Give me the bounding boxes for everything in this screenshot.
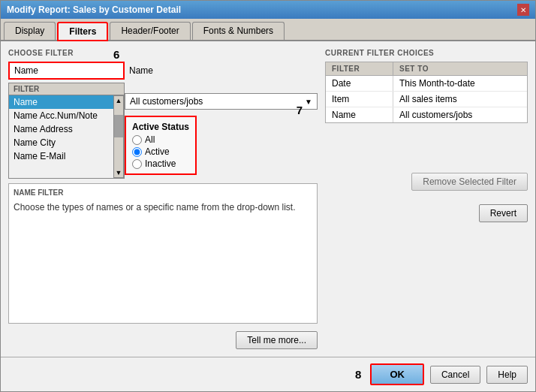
current-filter-label: CURRENT FILTER CHOICES bbox=[325, 49, 528, 57]
main-content: CHOOSE FILTER 6 Name FILTER bbox=[1, 41, 535, 357]
active-status-label: Active Status bbox=[132, 122, 189, 132]
set-to-cell-date: This Month-to-date bbox=[393, 76, 527, 91]
help-button[interactable]: Help bbox=[486, 366, 528, 384]
radio-inactive-row: Inactive bbox=[132, 158, 189, 169]
filter-cell-date: Date bbox=[326, 76, 393, 91]
left-panel: CHOOSE FILTER 6 Name FILTER bbox=[8, 49, 318, 349]
name-filter-desc: Choose the types of names or a specific … bbox=[14, 201, 312, 214]
filter-item-name[interactable]: Name bbox=[9, 95, 113, 109]
radio-active-row: Active bbox=[132, 146, 189, 157]
filter-cell-name: Name bbox=[326, 107, 393, 122]
step6-badge: 6 bbox=[113, 48, 119, 61]
radio-inactive[interactable] bbox=[132, 159, 142, 169]
filter-cell-item: Item bbox=[326, 92, 393, 107]
name-filter-header: NAME FILTER bbox=[14, 188, 312, 197]
close-button[interactable]: ✕ bbox=[517, 4, 529, 16]
filter-item-name-email[interactable]: Name E-Mail bbox=[9, 149, 113, 163]
table-row: Date This Month-to-date bbox=[326, 76, 527, 92]
revert-row: Revert bbox=[325, 204, 528, 222]
filter-list-scrollbar[interactable]: ▲ ▼ bbox=[113, 95, 124, 178]
active-status-wrapper: 7 Active Status All Active bbox=[125, 116, 318, 175]
tab-fonts-numbers[interactable]: Fonts & Numbers bbox=[192, 22, 285, 40]
set-to-col-header: SET TO bbox=[393, 62, 527, 75]
radio-all-row: All bbox=[132, 134, 189, 145]
customers-dropdown[interactable]: All customers/jobs ▼ bbox=[125, 93, 318, 110]
revert-button[interactable]: Revert bbox=[479, 204, 528, 222]
radio-inactive-label: Inactive bbox=[145, 158, 176, 169]
dialog: Modify Report: Sales by Customer Detail … bbox=[0, 0, 536, 392]
filter-item-name-address[interactable]: Name Address bbox=[9, 122, 113, 136]
tab-header-footer[interactable]: Header/Footer bbox=[110, 22, 190, 40]
table-row: Item All sales items bbox=[326, 92, 527, 107]
radio-active-label: Active bbox=[145, 146, 170, 157]
filter-list-container: FILTER Name Name Acc.Num/Note Name Addre… bbox=[8, 83, 125, 179]
dropdown-row: All customers/jobs ▼ bbox=[125, 93, 318, 110]
radio-active[interactable] bbox=[132, 147, 142, 157]
filter-list-wrapper: FILTER Name Name Acc.Num/Note Name Addre… bbox=[8, 83, 318, 179]
tab-display[interactable]: Display bbox=[4, 22, 56, 40]
scrollbar-thumb bbox=[114, 115, 123, 137]
active-status-box: Active Status All Active bbox=[125, 116, 197, 175]
bottom-bar: 8 OK Cancel Help bbox=[1, 357, 535, 391]
filter-item-name-city[interactable]: Name City bbox=[9, 136, 113, 149]
filter-list: FILTER Name Name Acc.Num/Note Name Addre… bbox=[8, 83, 125, 179]
remove-selected-filter-button[interactable]: Remove Selected Filter bbox=[411, 173, 528, 191]
right-panel: CURRENT FILTER CHOICES FILTER SET TO Dat… bbox=[325, 49, 528, 349]
step8-badge: 8 bbox=[355, 368, 361, 381]
filter-col-header: FILTER bbox=[326, 62, 393, 75]
radio-all[interactable] bbox=[132, 135, 142, 145]
name-filter-section: NAME FILTER Choose the types of names or… bbox=[8, 183, 318, 324]
choose-filter-label: CHOOSE FILTER bbox=[8, 49, 318, 57]
remove-filter-row: Remove Selected Filter bbox=[325, 173, 528, 191]
filter-list-header: FILTER bbox=[9, 83, 124, 95]
dialog-title: Modify Report: Sales by Customer Detail bbox=[7, 5, 181, 15]
tab-filters[interactable]: Filters bbox=[57, 22, 108, 41]
filter-table: FILTER SET TO Date This Month-to-date It… bbox=[325, 62, 528, 123]
filter-item-name-acc[interactable]: Name Acc.Num/Note bbox=[9, 109, 113, 122]
filter-items: Name Name Acc.Num/Note Name Address Name… bbox=[9, 95, 113, 178]
set-to-cell-name: All customers/jobs bbox=[393, 107, 527, 122]
filter-table-header: FILTER SET TO bbox=[326, 62, 527, 76]
ok-button[interactable]: OK bbox=[370, 363, 424, 385]
tell-me-more-button[interactable]: Tell me more... bbox=[236, 331, 318, 349]
tell-me-more-row: Tell me more... bbox=[8, 328, 318, 349]
filter-name-label: Name bbox=[129, 65, 153, 76]
table-row: Name All customers/jobs bbox=[326, 107, 527, 122]
cancel-button[interactable]: Cancel bbox=[430, 366, 480, 384]
filter-search-input[interactable] bbox=[8, 62, 125, 80]
dropdown-value: All customers/jobs bbox=[130, 96, 203, 107]
radio-all-label: All bbox=[145, 134, 155, 145]
current-filter-section: CURRENT FILTER CHOICES FILTER SET TO Dat… bbox=[325, 49, 528, 222]
filter-input-row: Name bbox=[8, 62, 318, 80]
tab-bar: Display Filters Header/Footer Fonts & Nu… bbox=[1, 19, 535, 41]
title-bar: Modify Report: Sales by Customer Detail … bbox=[1, 1, 535, 19]
dropdown-arrow-icon: ▼ bbox=[305, 98, 312, 106]
step7-badge: 7 bbox=[297, 104, 303, 116]
set-to-cell-item: All sales items bbox=[393, 92, 527, 107]
filter-options-area: All customers/jobs ▼ 7 Active Status bbox=[125, 83, 318, 179]
choose-filter-section: CHOOSE FILTER 6 Name FILTER bbox=[8, 49, 318, 179]
